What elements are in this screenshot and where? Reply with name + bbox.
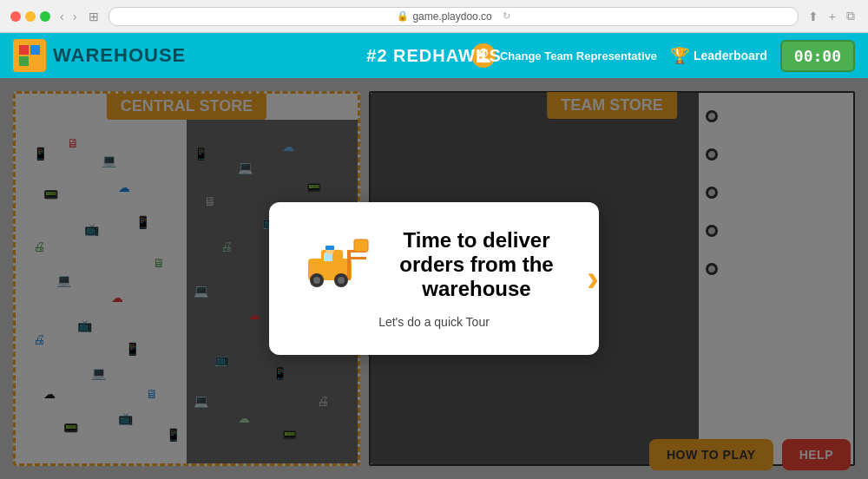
app-header: WAREHOUSE #2 REDHAWKS Change Team Repres… xyxy=(0,33,868,78)
team-name: #2 REDHAWKS xyxy=(366,46,501,66)
address-bar[interactable]: 🔒 game.playdoo.co ↻ xyxy=(108,7,798,26)
logo-icon xyxy=(17,43,42,68)
svg-rect-0 xyxy=(19,45,29,55)
back-button[interactable]: ‹ xyxy=(57,10,67,23)
main-content: CENTRAL STORE 📱 🖥 💻 📟 ☁ 📺 🖨 📱 💻 ☁ 🖥 📺 🖨 … xyxy=(0,78,868,479)
close-dot[interactable] xyxy=(10,11,21,22)
minimize-dot[interactable] xyxy=(25,11,36,22)
svg-point-14 xyxy=(338,277,345,284)
forward-button[interactable]: › xyxy=(70,10,80,23)
refresh-icon[interactable]: ↻ xyxy=(503,10,510,22)
logo-area: WAREHOUSE xyxy=(13,39,186,72)
forklift-illustration xyxy=(299,233,369,297)
svg-rect-2 xyxy=(19,56,29,66)
change-rep-label: Change Team Representative xyxy=(500,49,657,62)
svg-rect-10 xyxy=(354,240,368,252)
svg-rect-1 xyxy=(30,45,40,55)
browser-nav-icons: ‹ › xyxy=(57,10,79,23)
logo-house: HOUSE xyxy=(114,44,186,66)
browser-chrome: ‹ › ⊞ 🔒 game.playdoo.co ↻ ⬆ + ⧉ xyxy=(0,0,868,33)
share-button[interactable]: ⬆ xyxy=(806,9,821,23)
svg-point-12 xyxy=(313,277,320,284)
sidebar-button[interactable]: ⊞ xyxy=(86,10,102,23)
next-arrow-button[interactable]: › xyxy=(587,258,599,299)
modal-overlay: Time to deliver orders from the warehous… xyxy=(0,78,868,479)
maximize-dot[interactable] xyxy=(40,11,50,22)
modal-subtitle: Let's do a quick Tour xyxy=(378,315,490,329)
trophy-icon: 🏆 xyxy=(670,46,689,65)
timer-display: 00:00 xyxy=(780,40,855,72)
svg-rect-3 xyxy=(30,56,40,66)
lock-icon: 🔒 xyxy=(397,10,409,22)
modal-card: Time to deliver orders from the warehous… xyxy=(269,202,599,355)
new-tab-button[interactable]: + xyxy=(826,9,838,23)
traffic-lights xyxy=(10,11,50,22)
leaderboard-label: Leaderboard xyxy=(694,49,767,62)
modal-text-area: Time to deliver orders from the warehous… xyxy=(385,228,569,301)
browser-right-icons: ⬆ + ⧉ xyxy=(806,9,858,23)
logo-ware: WARE xyxy=(53,44,114,66)
header-right: Change Team Representative 🏆 Leaderboard… xyxy=(471,40,855,72)
svg-rect-18 xyxy=(326,246,334,250)
svg-rect-7 xyxy=(347,250,351,280)
leaderboard-button[interactable]: 🏆 Leaderboard xyxy=(670,46,767,65)
logo-text: WAREHOUSE xyxy=(53,44,186,67)
logo-box xyxy=(13,39,46,72)
url-text: game.playdoo.co xyxy=(412,10,491,23)
forklift-svg xyxy=(299,233,369,293)
svg-rect-9 xyxy=(351,257,366,259)
modal-inner: Time to deliver orders from the warehous… xyxy=(299,228,569,301)
copy-button[interactable]: ⧉ xyxy=(844,9,858,23)
modal-title: Time to deliver orders from the warehous… xyxy=(385,228,569,301)
